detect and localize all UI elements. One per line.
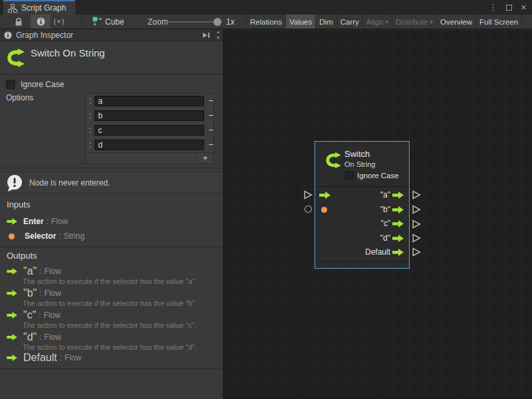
close-icon[interactable]: ✕ <box>521 4 527 11</box>
port-name: "a" <box>23 265 37 277</box>
flow-output-port[interactable] <box>392 192 404 199</box>
port-label: "c" <box>380 217 390 231</box>
section-divider <box>0 247 223 247</box>
node-port-row: "c" <box>315 217 409 231</box>
remove-option-button[interactable]: − <box>208 108 213 123</box>
inspector-toggle-button[interactable] <box>31 15 51 29</box>
carry-button[interactable]: Carry <box>336 15 362 29</box>
warning-icon <box>6 174 23 192</box>
node-footer <box>315 261 409 268</box>
options-footer: + <box>86 152 213 163</box>
flow-output-port[interactable] <box>392 220 404 227</box>
options-label: Options <box>6 93 33 102</box>
distribute-dropdown[interactable]: Distribute▾ <box>392 15 436 29</box>
port-name: "c" <box>23 309 36 321</box>
node-header[interactable]: Switch On String Ignore Case <box>315 142 409 187</box>
switch-icon <box>325 151 342 170</box>
enter-connection-point[interactable] <box>303 190 313 200</box>
flow-arrow-icon <box>7 218 17 225</box>
value-port-icon <box>9 233 15 239</box>
port-type: Flow <box>44 311 61 320</box>
flow-output-port[interactable] <box>392 249 404 256</box>
selector-value-port[interactable] <box>321 207 327 213</box>
node-port-row: "a" <box>315 188 409 202</box>
ignore-case-checkbox[interactable] <box>345 172 353 180</box>
tab-script-graph[interactable]: Script Graph <box>3 0 75 15</box>
chevron-down-icon: ▾ <box>385 19 388 25</box>
scroll-up-icon[interactable]: ▲ <box>213 29 223 35</box>
remove-option-button[interactable]: − <box>208 94 213 108</box>
flow-input-port[interactable] <box>319 192 331 199</box>
port-type: Flow <box>65 353 81 362</box>
node-title-section: Switch On String <box>0 41 223 74</box>
remove-option-button[interactable]: − <box>208 138 213 152</box>
port-label: "b" <box>380 203 390 217</box>
warning-box: Node is never entered. <box>0 172 223 194</box>
flow-output-port[interactable] <box>392 206 404 213</box>
option-input[interactable] <box>94 96 204 106</box>
align-dropdown[interactable]: Align▾ <box>362 15 392 29</box>
type-separator: : <box>60 353 62 362</box>
flow-output-port[interactable] <box>392 235 404 242</box>
flow-arrow-icon <box>7 354 17 361</box>
graph-owner-label[interactable]: Cube <box>105 15 124 29</box>
option-input[interactable] <box>94 125 204 136</box>
port-label: "a" <box>380 188 390 202</box>
output-a-connection-point[interactable] <box>412 190 421 200</box>
graph-toolbar: ⟨×⟩ Cube Zoom 1x Relations Values Dim Ca… <box>0 15 532 29</box>
window-controls: ⋮ ✕ <box>489 0 527 15</box>
output-c-connection-point[interactable] <box>412 219 421 229</box>
output-item: "a" : Flow The action to execute if the … <box>7 267 220 285</box>
inputs-heading: Inputs <box>7 200 30 209</box>
remove-option-button[interactable]: − <box>208 123 213 138</box>
scroll-down-icon[interactable]: ▼ <box>213 35 223 41</box>
type-separator: : <box>39 289 41 298</box>
port-name: Default <box>23 352 57 364</box>
window-menu-icon[interactable]: ⋮ <box>489 3 497 11</box>
values-button[interactable]: Values <box>285 15 315 29</box>
zoom-slider-handle[interactable] <box>213 18 221 26</box>
warning-text: Node is never entered. <box>29 178 110 188</box>
node-title: Switch <box>344 149 370 159</box>
node-subtitle: On String <box>344 160 375 168</box>
output-item: "b" : Flow The action to execute if the … <box>7 289 220 307</box>
lock-button[interactable] <box>15 15 23 29</box>
node-port-row: Default <box>315 245 409 259</box>
option-row: − <box>86 94 213 108</box>
option-input[interactable] <box>94 140 204 150</box>
type-separator: : <box>39 311 41 320</box>
add-option-button[interactable]: + <box>196 153 213 163</box>
inspector-scroll-buttons: ▲ ▼ <box>213 29 223 41</box>
graph-owner-button[interactable] <box>92 15 102 29</box>
zoom-slider-track[interactable] <box>164 21 219 23</box>
output-d-connection-point[interactable] <box>412 233 421 243</box>
port-name: "d" <box>23 331 37 343</box>
port-name: "b" <box>23 287 37 299</box>
inspector-node-title: Switch On String <box>31 47 105 59</box>
overview-button[interactable]: Overview <box>436 15 475 29</box>
code-icon: ⟨×⟩ <box>53 17 65 26</box>
type-separator: : <box>39 332 41 342</box>
switch-on-string-node[interactable]: Switch On String Ignore Case "a" "b" "c"… <box>315 141 410 269</box>
option-input[interactable] <box>94 110 204 121</box>
dim-button[interactable]: Dim <box>315 15 336 29</box>
port-label: Default <box>365 245 390 259</box>
chevron-down-icon: ▾ <box>430 19 434 25</box>
ignore-case-checkbox[interactable] <box>6 80 15 89</box>
port-type: Flow <box>51 217 68 226</box>
full-screen-button[interactable]: Full Screen <box>475 15 522 29</box>
input-row-selector: Selector : String <box>7 231 84 241</box>
option-row: − <box>86 123 213 138</box>
dock-inspector-button[interactable] <box>198 29 213 41</box>
selector-connection-point[interactable] <box>305 205 312 213</box>
option-row: − <box>86 108 213 123</box>
port-description: The action to execute if the selector ha… <box>23 277 220 285</box>
toolbar-button-group: Relations Values Dim Carry Align▾ Distri… <box>246 15 532 29</box>
output-default-connection-point[interactable] <box>412 247 421 257</box>
zoom-value: 1x <box>226 15 235 29</box>
relations-button[interactable]: Relations <box>246 15 285 29</box>
maximize-icon[interactable] <box>506 5 512 11</box>
output-b-connection-point[interactable] <box>412 205 421 214</box>
code-view-button[interactable]: ⟨×⟩ <box>53 15 65 29</box>
node-port-row: "d" <box>315 231 409 245</box>
